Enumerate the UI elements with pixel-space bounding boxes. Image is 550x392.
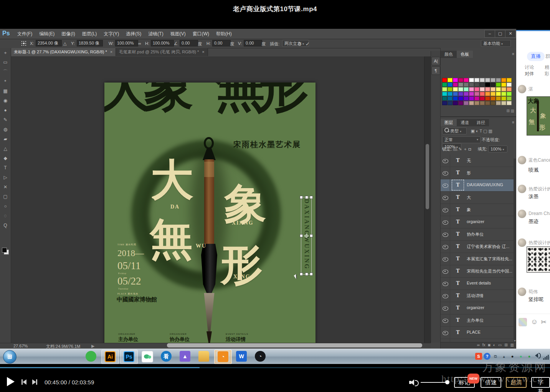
visibility-toggle[interactable]	[441, 253, 450, 265]
swatch[interactable]	[496, 96, 501, 101]
menu-窗口[interactable]: 窗口(W)	[189, 29, 213, 39]
tool-6[interactable]: ●	[0, 106, 11, 115]
swatch[interactable]	[469, 101, 474, 105]
taskbar-app-wechat[interactable]	[139, 350, 156, 363]
swatch[interactable]	[448, 96, 453, 101]
eye-icon[interactable]	[443, 196, 448, 200]
minimize-button[interactable]: –	[484, 30, 495, 38]
filter-discuss[interactable]: 讨论	[525, 64, 534, 71]
play-button[interactable]	[7, 377, 15, 386]
paragraph-panel-icon[interactable]: ¶	[431, 66, 440, 75]
tool-16[interactable]: ○	[0, 202, 11, 211]
close-button[interactable]: ✕	[505, 30, 516, 38]
swatch[interactable]	[453, 78, 458, 82]
swatch[interactable]	[448, 87, 453, 91]
swatch[interactable]	[458, 83, 463, 87]
new-swatch-icon[interactable]: ⊞	[506, 109, 509, 113]
delete-swatch-icon[interactable]: ▥	[511, 109, 514, 113]
swatch[interactable]	[464, 78, 469, 82]
group-icon[interactable]: ▭	[498, 343, 502, 347]
swatch[interactable]	[485, 101, 490, 105]
swatch[interactable]	[501, 87, 506, 91]
swatch[interactable]	[491, 96, 495, 101]
new-layer-icon[interactable]: ⊞	[504, 343, 507, 347]
tool-13[interactable]: ▷	[0, 173, 11, 182]
swatch[interactable]	[469, 83, 474, 87]
tool-12[interactable]: T	[0, 163, 11, 173]
swatch[interactable]	[469, 96, 474, 101]
taskbar-app-video-player[interactable]: ◔	[214, 350, 232, 364]
tool-1[interactable]: ▭	[0, 58, 11, 67]
visibility-toggle[interactable]	[441, 179, 450, 191]
layer-row-4[interactable]: T象	[441, 204, 514, 216]
swatch[interactable]	[458, 92, 463, 96]
document-tab-1[interactable]: 未标题-1 @ 27.7% (DAXIANGWUXING, RGB/8) *×	[11, 48, 116, 56]
reference-point-icon[interactable]	[21, 41, 26, 46]
canvas-area[interactable]: 大象 無形 宋雨桂水墨艺术展 大 DA 象 XIANG 無 WU 形 X	[11, 56, 424, 343]
next-button[interactable]	[32, 379, 37, 386]
eye-icon[interactable]	[443, 331, 448, 335]
tab-swatches[interactable]: 色板	[457, 51, 473, 58]
swatch[interactable]	[491, 92, 495, 96]
tool-11[interactable]: ◆	[0, 154, 11, 163]
tray-window-switch[interactable]: ⧉	[492, 353, 499, 360]
swatch[interactable]	[469, 87, 474, 91]
swatch[interactable]	[507, 101, 512, 105]
layer-row-0[interactable]: T无	[441, 155, 514, 167]
swatch[interactable]	[453, 83, 458, 87]
tool-7[interactable]: ✎	[0, 115, 11, 125]
swatch[interactable]	[485, 78, 490, 82]
workspace-dropdown[interactable]: 基本功能 ▾	[481, 40, 511, 47]
link-icon[interactable]: ∞	[138, 41, 141, 46]
visibility-toggle[interactable]	[441, 290, 450, 301]
menu-滤镜[interactable]: 滤镜(T)	[145, 29, 167, 39]
swatch[interactable]	[469, 92, 474, 96]
layer-row-13[interactable]: T主办单位	[441, 314, 514, 327]
visibility-toggle[interactable]	[441, 192, 450, 203]
swatch[interactable]	[501, 83, 506, 87]
blend-mode-dropdown[interactable]: 正常 ▾	[442, 136, 481, 143]
swatch[interactable]	[501, 101, 506, 105]
tool-8[interactable]: ◍	[0, 125, 11, 134]
y-input[interactable]: 1839.50 像	[77, 40, 103, 46]
swatch[interactable]	[453, 96, 458, 101]
tab-layers[interactable]: 图层	[441, 119, 457, 126]
hskew-input[interactable]: 0.00	[212, 40, 231, 46]
eye-icon[interactable]	[443, 306, 448, 311]
swatch[interactable]	[442, 83, 447, 87]
canvas-vertical-scrollbar[interactable]	[424, 56, 431, 343]
swatch[interactable]	[453, 92, 458, 96]
tray-qq[interactable]: ●	[509, 353, 516, 360]
delete-layer-icon[interactable]: ▥	[510, 343, 514, 347]
eye-icon[interactable]	[443, 208, 448, 212]
transform-handle[interactable]	[300, 273, 303, 276]
layer-row-14[interactable]: TPLACE	[441, 327, 514, 339]
layer-row-12[interactable]: Torganizer	[441, 302, 514, 314]
swatch[interactable]	[464, 101, 469, 105]
swatch[interactable]	[480, 78, 485, 82]
taskbar-app-illustrator[interactable]: Ai	[101, 350, 119, 364]
swatch[interactable]	[485, 83, 490, 87]
visibility-toggle[interactable]	[441, 204, 450, 215]
swatch[interactable]	[474, 78, 479, 82]
eye-icon[interactable]	[443, 257, 448, 261]
transform-handle[interactable]	[300, 234, 303, 237]
tab-channels[interactable]: 通道	[457, 119, 473, 126]
link-layers-icon[interactable]: ∞	[477, 343, 480, 347]
character-panel-icon[interactable]: A|	[431, 57, 440, 65]
swatch[interactable]	[480, 101, 485, 105]
chat-image-brushes[interactable]	[527, 246, 550, 273]
fill-dropdown[interactable]: 100% ▾	[488, 146, 507, 152]
transform-handle[interactable]	[305, 196, 308, 199]
start-button[interactable]: ⊞	[3, 350, 17, 364]
tray-sogou[interactable]: S	[475, 353, 482, 360]
menu-选择[interactable]: 选择(S)	[122, 29, 145, 39]
visibility-toggle[interactable]	[441, 314, 450, 326]
tray-network[interactable]	[543, 353, 550, 360]
swatch[interactable]	[442, 87, 447, 91]
tray-wechat-tray[interactable]: ●	[517, 353, 524, 360]
eye-icon[interactable]	[443, 245, 448, 249]
swatch[interactable]	[448, 83, 453, 87]
tool-14[interactable]: ✕	[0, 182, 11, 192]
swatch[interactable]	[442, 92, 447, 96]
